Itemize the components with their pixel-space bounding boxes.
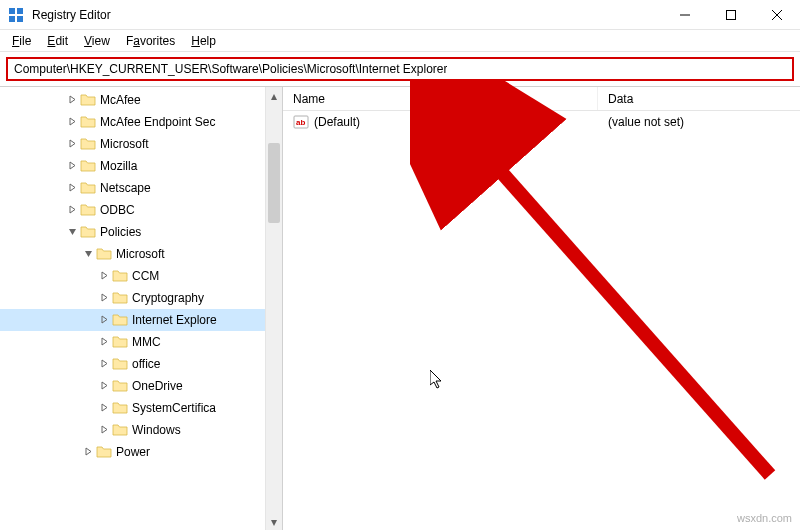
chevron-right-icon[interactable] (64, 204, 80, 216)
chevron-right-icon[interactable] (64, 160, 80, 172)
chevron-right-icon[interactable] (96, 270, 112, 282)
addressbar[interactable]: Computer\HKEY_CURRENT_USER\Software\Poli… (6, 57, 794, 81)
column-header-data[interactable]: Data (598, 87, 800, 110)
tree-item-label: Policies (100, 225, 141, 239)
tree-item-label: Netscape (100, 181, 151, 195)
string-value-icon: ab (293, 114, 309, 130)
tree-item-label: Windows (132, 423, 181, 437)
tree-item[interactable]: Mozilla (0, 155, 265, 177)
app-icon (8, 7, 24, 23)
svg-rect-1 (17, 8, 23, 14)
close-button[interactable] (754, 0, 800, 29)
folder-icon (80, 136, 96, 152)
chevron-right-icon[interactable] (64, 94, 80, 106)
tree-item-label: SystemCertifica (132, 401, 216, 415)
main-split: McAfeeMcAfee Endpoint SecMicrosoftMozill… (0, 86, 800, 530)
addressbar-container: Computer\HKEY_CURRENT_USER\Software\Poli… (0, 52, 800, 86)
chevron-right-icon[interactable] (96, 402, 112, 414)
svg-rect-5 (727, 10, 736, 19)
tree-item[interactable]: SystemCertifica (0, 397, 265, 419)
folder-icon (80, 158, 96, 174)
folder-icon (112, 378, 128, 394)
chevron-right-icon[interactable] (96, 424, 112, 436)
tree-item[interactable]: OneDrive (0, 375, 265, 397)
tree-item[interactable]: Cryptography (0, 287, 265, 309)
value-name: (Default) (314, 115, 360, 129)
svg-text:ab: ab (296, 118, 305, 127)
folder-icon (96, 246, 112, 262)
tree[interactable]: McAfeeMcAfee Endpoint SecMicrosoftMozill… (0, 87, 265, 465)
menu-file-label: ile (19, 34, 31, 48)
tree-item-label: McAfee Endpoint Sec (100, 115, 215, 129)
menu-favorites-label: vorites (140, 34, 175, 48)
menu-view-label: iew (92, 34, 110, 48)
cell-type: REG_SZ (443, 115, 598, 129)
chevron-right-icon[interactable] (96, 358, 112, 370)
menu-edit-label: dit (55, 34, 68, 48)
folder-icon (112, 334, 128, 350)
scroll-up-icon[interactable]: ▴ (266, 87, 282, 104)
menu-file[interactable]: File (4, 32, 39, 50)
folder-icon (112, 400, 128, 416)
tree-item-label: ODBC (100, 203, 135, 217)
svg-rect-2 (9, 16, 15, 22)
scroll-down-icon[interactable]: ▾ (266, 513, 282, 530)
chevron-right-icon[interactable] (96, 314, 112, 326)
chevron-right-icon[interactable] (96, 336, 112, 348)
folder-icon (112, 268, 128, 284)
tree-item[interactable]: McAfee (0, 89, 265, 111)
tree-scrollbar[interactable]: ▴ ▾ (265, 87, 282, 530)
chevron-right-icon[interactable] (80, 446, 96, 458)
maximize-button[interactable] (708, 0, 754, 29)
svg-rect-0 (9, 8, 15, 14)
svg-rect-3 (17, 16, 23, 22)
folder-icon (112, 290, 128, 306)
chevron-right-icon[interactable] (96, 380, 112, 392)
window-controls (662, 0, 800, 29)
list-row[interactable]: ab(Default)REG_SZ(value not set) (283, 111, 800, 133)
watermark: wsxdn.com (737, 512, 792, 524)
minimize-button[interactable] (662, 0, 708, 29)
folder-icon (112, 422, 128, 438)
tree-item[interactable]: CCM (0, 265, 265, 287)
menu-help-label: elp (200, 34, 216, 48)
tree-item[interactable]: Windows (0, 419, 265, 441)
list-header: Name Type Data (283, 87, 800, 111)
menu-help[interactable]: Help (183, 32, 224, 50)
tree-item-label: CCM (132, 269, 159, 283)
menu-favorites[interactable]: Favorites (118, 32, 183, 50)
folder-icon (80, 202, 96, 218)
menu-view[interactable]: View (76, 32, 118, 50)
tree-item-label: McAfee (100, 93, 141, 107)
chevron-right-icon[interactable] (64, 138, 80, 150)
tree-item[interactable]: MMC (0, 331, 265, 353)
chevron-right-icon[interactable] (64, 182, 80, 194)
scroll-thumb[interactable] (268, 143, 280, 223)
folder-icon (80, 114, 96, 130)
tree-item[interactable]: Microsoft (0, 243, 265, 265)
tree-item[interactable]: office (0, 353, 265, 375)
window-title: Registry Editor (32, 8, 662, 22)
tree-item[interactable]: McAfee Endpoint Sec (0, 111, 265, 133)
chevron-right-icon[interactable] (64, 116, 80, 128)
tree-item-label: Cryptography (132, 291, 204, 305)
tree-item[interactable]: Internet Explore (0, 309, 265, 331)
tree-item-label: Microsoft (116, 247, 165, 261)
folder-icon (80, 180, 96, 196)
tree-item[interactable]: Netscape (0, 177, 265, 199)
folder-icon (96, 444, 112, 460)
tree-item[interactable]: Policies (0, 221, 265, 243)
chevron-right-icon[interactable] (96, 292, 112, 304)
tree-item[interactable]: ODBC (0, 199, 265, 221)
column-header-name[interactable]: Name (283, 87, 443, 110)
tree-item[interactable]: Microsoft (0, 133, 265, 155)
tree-item[interactable]: Power (0, 441, 265, 463)
chevron-down-icon[interactable] (64, 226, 80, 238)
list-pane: Name Type Data ab(Default)REG_SZ(value n… (283, 87, 800, 530)
folder-icon (80, 224, 96, 240)
menu-edit[interactable]: Edit (39, 32, 76, 50)
chevron-down-icon[interactable] (80, 248, 96, 260)
list-body[interactable]: ab(Default)REG_SZ(value not set) (283, 111, 800, 530)
folder-icon (112, 356, 128, 372)
column-header-type[interactable]: Type (443, 87, 598, 110)
